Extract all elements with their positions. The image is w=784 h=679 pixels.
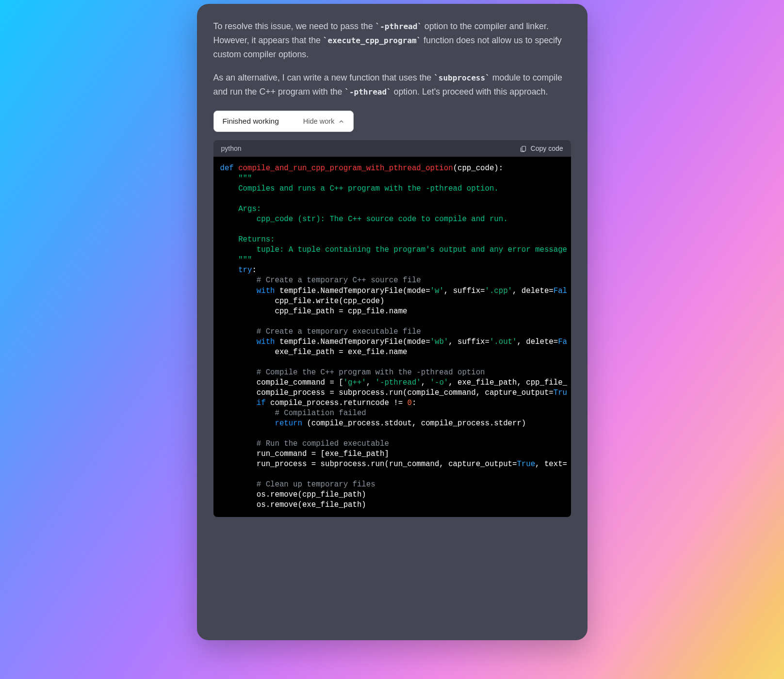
inline-code: `-pthread` [376,22,422,31]
clipboard-icon [520,145,527,152]
inline-code: `execute_cpp_program` [323,36,421,45]
code-language-label: python [221,145,242,152]
work-status-pill[interactable]: Finished working Hide work [213,111,354,132]
paragraph-1: To resolve this issue, we need to pass t… [213,19,571,61]
code-block: python Copy code def compile_and_run_cpp… [213,140,571,517]
message-text: To resolve this issue, we need to pass t… [213,19,571,99]
code-block-header: python Copy code [213,140,571,157]
hide-work-toggle[interactable]: Hide work [303,117,344,125]
assistant-message-card: To resolve this issue, we need to pass t… [197,4,588,640]
inline-code: `-pthread` [344,87,391,97]
status-label: Finished working [223,117,279,126]
chevron-up-icon [338,118,344,125]
svg-rect-0 [522,146,526,151]
code-content[interactable]: def compile_and_run_cpp_program_with_pth… [213,157,571,517]
copy-code-button[interactable]: Copy code [520,145,563,152]
paragraph-2: As an alternative, I can write a new fun… [213,71,571,99]
inline-code: `subprocess` [434,73,490,82]
